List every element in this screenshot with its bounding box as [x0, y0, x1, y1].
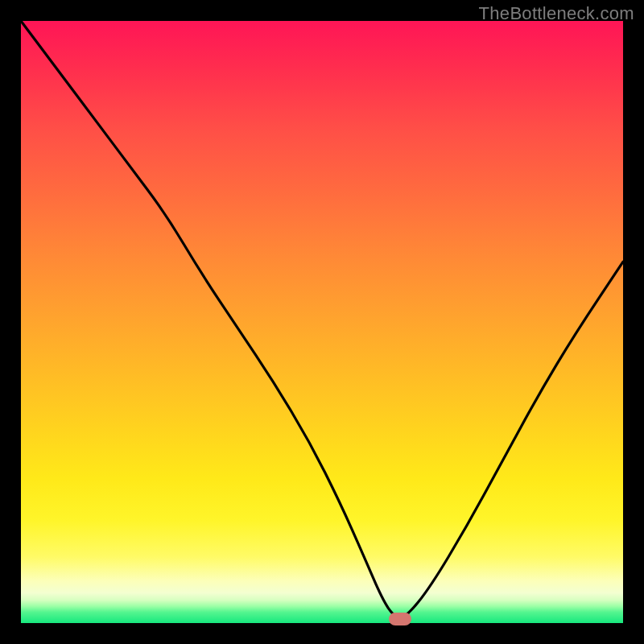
plot-area — [21, 21, 623, 623]
bottleneck-curve — [21, 21, 623, 623]
watermark-text: TheBottleneck.com — [479, 3, 634, 24]
optimal-marker — [389, 613, 411, 625]
chart-frame: TheBottleneck.com — [0, 0, 644, 644]
